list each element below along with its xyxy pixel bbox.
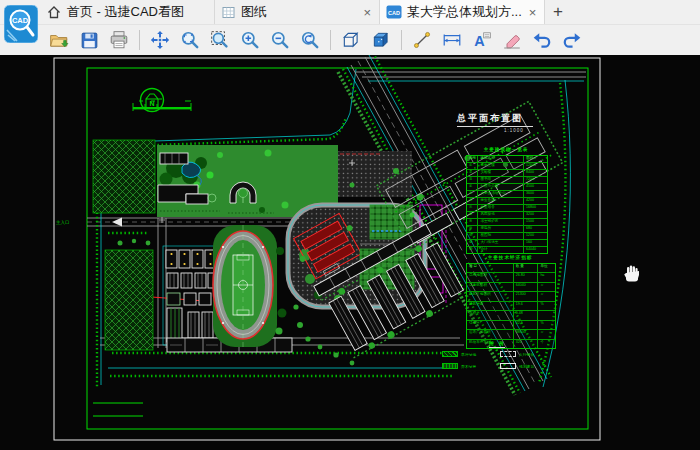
horseshoe-building <box>230 182 256 203</box>
building-list-table: 编号建筑名称面积㎡①教学主楼12600②实验楼8400③图书馆7200④行政办公… <box>466 155 548 254</box>
shaded-view-button[interactable] <box>366 27 396 53</box>
hatched-greenbelt-lower <box>105 250 153 350</box>
zoom-out-button[interactable] <box>265 27 295 53</box>
legend-swatch <box>500 363 516 369</box>
save-button[interactable] <box>74 27 104 53</box>
table1-title: 主要建筑物一览表 <box>466 147 546 152</box>
table-row: ⑤大学生活动中心3600 <box>467 190 547 197</box>
table-row: ⑥学生食堂4200 <box>467 197 547 204</box>
save-floppy-icon <box>80 31 99 50</box>
title-underline <box>457 126 533 127</box>
pan-arrows-icon <box>150 30 170 50</box>
entrance-label: 主入口 <box>56 220 70 225</box>
legend-item: 草坪绿地 <box>442 351 500 357</box>
table-row: ④行政办公楼4500 <box>467 183 547 190</box>
table-row: ⑦学生宿舍16800 <box>467 204 547 211</box>
zoom-previous-icon <box>300 30 320 50</box>
tab-sheet-close-icon[interactable]: × <box>361 6 373 19</box>
table-row: 建筑占地面积21300㎡ <box>467 291 555 300</box>
undo-button[interactable] <box>527 27 557 53</box>
zoom-window-button[interactable] <box>205 27 235 53</box>
text-tool-glyph: A <box>474 33 485 49</box>
wireframe-cube-icon <box>341 30 361 50</box>
legend-label: 规划建筑 <box>519 364 534 369</box>
tab-home-label: 首页 - 迅捷CAD看图 <box>67 3 184 21</box>
tab-sheet[interactable]: 图纸 × <box>215 0 380 24</box>
drawing-title: 总平面布置图 <box>457 112 523 125</box>
zoom-out-icon <box>270 30 290 50</box>
legend-label: 草坪绿地 <box>461 352 476 357</box>
toolbar: A <box>0 25 700 55</box>
legend-label: 乔木绿篱 <box>461 364 476 369</box>
table-row: 绿地率42.5% <box>467 320 555 329</box>
hatched-greenbelt-upper <box>93 140 155 213</box>
table-row: ⑬合计64040 <box>467 246 547 253</box>
tab-sheet-label: 图纸 <box>241 3 267 21</box>
north-plaza <box>338 151 412 197</box>
table-row: ⑪校医院1200 <box>467 232 547 239</box>
eraser-button[interactable] <box>497 27 527 53</box>
table-row: ⑫大门传达室160 <box>467 239 547 246</box>
legend: 草坪绿地人行铺装乔木绿篱规划建筑 <box>442 351 554 369</box>
table-row: 机动车停车位320个 <box>467 339 555 348</box>
toolbar-separator <box>139 30 140 50</box>
zoom-in-icon <box>240 30 260 50</box>
dimension-button[interactable] <box>437 27 467 53</box>
legend-item: 乔木绿篱 <box>442 363 500 369</box>
app-logo: CAD <box>4 5 38 43</box>
legend-item: 人行铺装 <box>500 351 554 357</box>
pan-button[interactable] <box>145 27 175 53</box>
measure-line-icon <box>412 30 432 50</box>
table-row: ⑨浴室锅炉房1500 <box>467 218 547 225</box>
table-row: 建筑密度19.6% <box>467 301 555 310</box>
table-row: ⑧风雨操场3200 <box>467 211 547 218</box>
dormitory-block <box>163 246 219 345</box>
tab-document-close-icon[interactable]: × <box>527 6 539 19</box>
legend-label: 人行铺装 <box>519 352 534 357</box>
table-row: ②实验楼8400 <box>467 169 547 176</box>
new-tab-button[interactable]: + <box>545 0 571 24</box>
text-tool-icon: A <box>472 30 492 50</box>
toolbar-separator <box>401 30 402 50</box>
legend-swatch <box>500 351 516 357</box>
table-row: ⑩变电所680 <box>467 225 547 232</box>
dimension-icon <box>442 30 462 50</box>
text-button[interactable]: A <box>467 27 497 53</box>
printer-icon <box>109 30 129 50</box>
drawing-canvas[interactable]: N <box>0 55 700 450</box>
zoom-previous-button[interactable] <box>295 27 325 53</box>
table-row: ①教学主楼12600 <box>467 162 547 169</box>
zoom-extents-icon <box>180 30 200 50</box>
logo-text: CAD <box>12 16 29 25</box>
campus-plan-drawing: N <box>0 55 700 450</box>
print-button[interactable] <box>104 27 134 53</box>
table-row: 道路广场面积38600㎡ <box>467 329 555 338</box>
legend-item: 规划建筑 <box>500 363 554 369</box>
stadium <box>213 225 287 347</box>
frame-fold-marks <box>93 403 143 416</box>
shaded-cube-icon <box>371 30 391 50</box>
tab-document-active[interactable]: CAD 某大学总体规划方... × <box>380 0 545 24</box>
wireframe-view-button[interactable] <box>336 27 366 53</box>
zoom-extents-button[interactable] <box>175 27 205 53</box>
zoom-in-button[interactable] <box>235 27 265 53</box>
tab-home[interactable]: 首页 - 迅捷CAD看图 <box>40 0 215 24</box>
toolbar-separator <box>330 30 331 50</box>
measure-line-button[interactable] <box>407 27 437 53</box>
technical-indicator-table: 项 目数 量单位总用地面积26.80ha总建筑面积64040㎡建筑占地面积213… <box>466 263 556 349</box>
legend-swatch <box>442 363 458 369</box>
cad-doc-icon: CAD <box>386 5 402 19</box>
eraser-icon <box>502 30 522 50</box>
undo-icon <box>532 30 552 50</box>
redo-button[interactable] <box>557 27 587 53</box>
hand-cursor <box>622 263 642 289</box>
table-row: 总建筑面积64040㎡ <box>467 282 555 291</box>
cad-doc-icon-text: CAD <box>388 10 400 16</box>
tab-bar: CAD 首页 - 迅捷CAD看图 图纸 × CAD 某大学总体规划方... × … <box>0 0 700 25</box>
table2-title: 主要技术经济指标 <box>466 255 554 260</box>
zoom-window-icon <box>210 30 230 50</box>
table-row: 总用地面积26.80ha <box>467 272 555 281</box>
sheet-grid-icon <box>221 5 236 20</box>
table-header-row: 项 目数 量单位 <box>467 264 555 272</box>
open-file-button[interactable] <box>44 27 74 53</box>
